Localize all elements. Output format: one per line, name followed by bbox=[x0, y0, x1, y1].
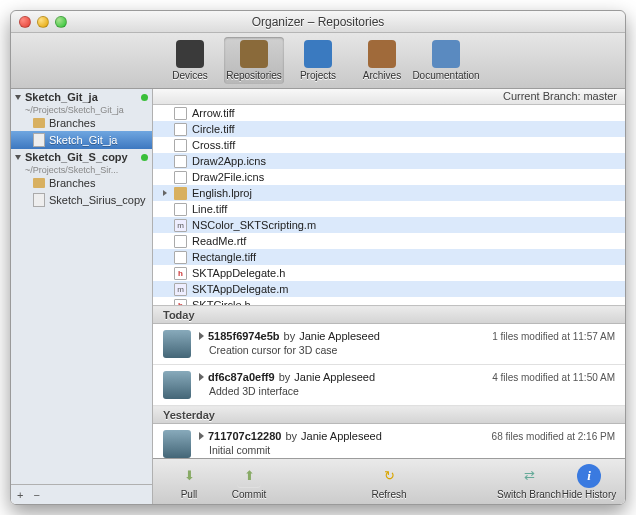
pull-button[interactable]: ⬇Pull bbox=[161, 464, 217, 500]
sidebar: Sketch_Git_ja~/Projects/Sketch_Git_jaBra… bbox=[11, 89, 153, 504]
toolbar-documentation[interactable]: Documentation bbox=[416, 37, 476, 84]
file-type-icon: m bbox=[174, 283, 187, 296]
commit-meta: 4 files modified at 11:50 AM bbox=[492, 372, 615, 383]
commit-message: Creation cursor for 3D case bbox=[199, 342, 615, 356]
window-title: Organizer – Repositories bbox=[11, 15, 625, 29]
sidebar-item[interactable]: Branches bbox=[11, 175, 152, 191]
branch-label: Current Branch: bbox=[503, 90, 581, 102]
bottom-center-group: ↻Refresh bbox=[361, 464, 417, 500]
commit-hash: df6c87a0eff9 bbox=[208, 371, 275, 383]
commit-group-header: Yesterday bbox=[153, 406, 625, 424]
file-type-icon bbox=[174, 203, 187, 216]
file-list[interactable]: Arrow.tiffCircle.tiffCross.tiffDraw2App.… bbox=[153, 105, 625, 305]
bottom-button-label: Commit bbox=[232, 489, 266, 500]
file-row[interactable]: mNSColor_SKTScripting.m bbox=[153, 217, 625, 233]
commit-message: Added 3D interface bbox=[199, 383, 615, 397]
toolbar-projects[interactable]: Projects bbox=[288, 37, 348, 84]
disclosure-icon[interactable] bbox=[199, 332, 204, 340]
toolbar-label: Repositories bbox=[226, 70, 282, 81]
repo-path: ~/Projects/Sketch_Git_ja bbox=[11, 105, 152, 115]
commit-icon: ⬆ bbox=[237, 464, 261, 488]
sidebar-item[interactable]: Branches bbox=[11, 115, 152, 131]
disclosure-icon[interactable] bbox=[199, 373, 204, 381]
refresh-button[interactable]: ↻Refresh bbox=[361, 464, 417, 500]
file-type-icon: m bbox=[174, 219, 187, 232]
commit-group-header: Today bbox=[153, 306, 625, 324]
toolbar-devices[interactable]: Devices bbox=[160, 37, 220, 84]
file-row[interactable]: Circle.tiff bbox=[153, 121, 625, 137]
commit-meta: 68 files modified at 2:16 PM bbox=[492, 431, 615, 442]
info-icon: i bbox=[577, 464, 601, 488]
sidebar-item-label: Sketch_Sirius_copy bbox=[49, 194, 146, 206]
remove-button[interactable]: − bbox=[33, 489, 39, 501]
commit-meta: 1 files modified at 11:57 AM bbox=[492, 331, 615, 342]
folder-icon bbox=[33, 118, 45, 128]
file-name: Draw2App.icns bbox=[192, 155, 266, 167]
commit-hash: 5185f6974e5b bbox=[208, 330, 280, 342]
file-type-icon bbox=[174, 155, 187, 168]
toolbar-label: Devices bbox=[172, 70, 208, 81]
commit-button[interactable]: ⬆Commit bbox=[221, 464, 277, 500]
disclosure-icon[interactable] bbox=[199, 432, 204, 440]
file-row[interactable]: mSKTAppDelegate.m bbox=[153, 281, 625, 297]
hide-history-button[interactable]: iHide History bbox=[561, 464, 617, 500]
file-type-icon bbox=[174, 187, 187, 200]
repo-name: Sketch_Git_S_copy bbox=[25, 151, 128, 163]
file-row[interactable]: Draw2App.icns bbox=[153, 153, 625, 169]
folder-icon bbox=[33, 178, 45, 188]
file-name: English.lproj bbox=[192, 187, 252, 199]
file-icon bbox=[33, 133, 45, 147]
sidebar-repo[interactable]: Sketch_Git_ja bbox=[11, 89, 152, 105]
file-row[interactable]: Cross.tiff bbox=[153, 137, 625, 153]
bottom-left-group: ⬇Pull⬆Commit bbox=[161, 464, 277, 500]
repo-name: Sketch_Git_ja bbox=[25, 91, 98, 103]
status-dot-icon bbox=[141, 154, 148, 161]
avatar bbox=[163, 371, 191, 399]
file-row[interactable]: English.lproj bbox=[153, 185, 625, 201]
commit-row[interactable]: 5185f6974e5b by Janie Appleseed 1 files … bbox=[153, 324, 625, 365]
file-row[interactable]: ReadMe.rtf bbox=[153, 233, 625, 249]
refresh-icon: ↻ bbox=[377, 464, 401, 488]
file-row[interactable]: Arrow.tiff bbox=[153, 105, 625, 121]
file-row[interactable]: Line.tiff bbox=[153, 201, 625, 217]
commit-author: Janie Appleseed bbox=[301, 430, 382, 442]
file-row[interactable]: hSKTAppDelegate.h bbox=[153, 265, 625, 281]
avatar bbox=[163, 330, 191, 358]
bottom-button-label: Refresh bbox=[371, 489, 406, 500]
sidebar-item[interactable]: Sketch_Git_ja bbox=[11, 131, 152, 149]
branch-bar: Current Branch: master bbox=[153, 89, 625, 105]
file-name: ReadMe.rtf bbox=[192, 235, 246, 247]
repo-icon bbox=[240, 40, 268, 68]
sidebar-item[interactable]: Sketch_Sirius_copy bbox=[11, 191, 152, 209]
commit-row[interactable]: 711707c12280 by Janie Appleseed 68 files… bbox=[153, 424, 625, 458]
commit-history[interactable]: Today 5185f6974e5b by Janie Appleseed 1 … bbox=[153, 305, 625, 458]
arch-icon bbox=[368, 40, 396, 68]
file-name: Arrow.tiff bbox=[192, 107, 235, 119]
sidebar-item-label: Branches bbox=[49, 117, 95, 129]
commit-author: Janie Appleseed bbox=[299, 330, 380, 342]
switch-branch-button[interactable]: ⇄Switch Branch bbox=[501, 464, 557, 500]
file-icon bbox=[33, 193, 45, 207]
titlebar: Organizer – Repositories bbox=[11, 11, 625, 33]
sidebar-repo[interactable]: Sketch_Git_S_copy bbox=[11, 149, 152, 165]
repo-path: ~/Projects/Sketch_Sir... bbox=[11, 165, 152, 175]
bottom-toolbar: ⬇Pull⬆Commit ↻Refresh ⇄Switch BranchiHid… bbox=[153, 458, 625, 504]
organizer-window: Organizer – Repositories DevicesReposito… bbox=[10, 10, 626, 505]
file-row[interactable]: Rectangle.tiff bbox=[153, 249, 625, 265]
file-row[interactable]: Draw2File.icns bbox=[153, 169, 625, 185]
commit-author: Janie Appleseed bbox=[294, 371, 375, 383]
disclosure-icon bbox=[15, 95, 21, 100]
commit-by-label: by bbox=[279, 371, 291, 383]
bottom-button-label: Switch Branch bbox=[497, 489, 561, 500]
toolbar-repositories[interactable]: Repositories bbox=[224, 37, 284, 84]
file-name: SKTAppDelegate.m bbox=[192, 283, 288, 295]
commit-row[interactable]: df6c87a0eff9 by Janie Appleseed 4 files … bbox=[153, 365, 625, 406]
disclosure-icon bbox=[163, 190, 167, 196]
file-name: Circle.tiff bbox=[192, 123, 235, 135]
toolbar-archives[interactable]: Archives bbox=[352, 37, 412, 84]
main-pane: Current Branch: master Arrow.tiffCircle.… bbox=[153, 89, 625, 504]
file-type-icon bbox=[174, 251, 187, 264]
file-name: SKTAppDelegate.h bbox=[192, 267, 285, 279]
add-button[interactable]: + bbox=[17, 489, 23, 501]
file-row[interactable]: hSKTCircle.h bbox=[153, 297, 625, 305]
